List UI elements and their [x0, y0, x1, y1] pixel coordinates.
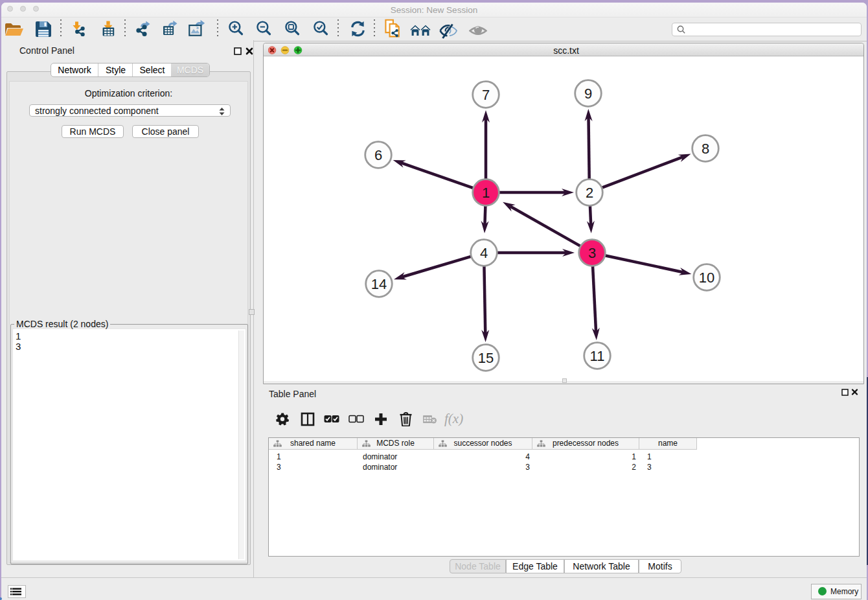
svg-text:11: 11: [590, 348, 605, 364]
svg-text:15: 15: [478, 350, 494, 366]
svg-text:10: 10: [699, 270, 714, 286]
svg-text:6: 6: [374, 147, 382, 163]
svg-text:9: 9: [584, 86, 592, 102]
svg-text:8: 8: [702, 141, 709, 157]
svg-text:2: 2: [586, 185, 593, 201]
svg-text:14: 14: [371, 276, 387, 292]
svg-text:1: 1: [482, 185, 490, 201]
svg-text:4: 4: [480, 245, 488, 261]
svg-text:7: 7: [482, 87, 490, 103]
svg-text:3: 3: [588, 245, 596, 261]
